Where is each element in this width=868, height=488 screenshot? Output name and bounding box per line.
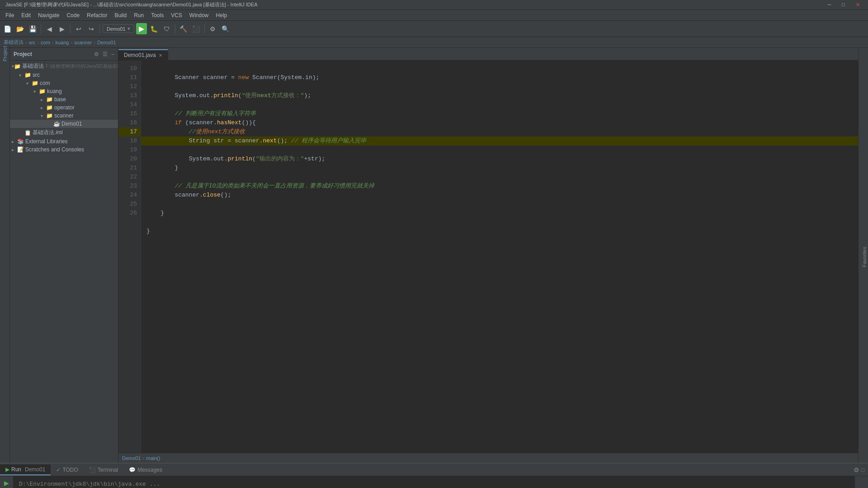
tree-item-demo01[interactable]: ▸ ☕ Demo01 — [10, 120, 118, 128]
minimize-btn[interactable]: ─ — [825, 2, 834, 8]
menu-refactor[interactable]: Refactor — [83, 11, 111, 19]
toolbar-forward[interactable]: ▶ — [57, 23, 67, 34]
cb-demo01[interactable]: Demo01 — [122, 455, 141, 461]
project-panel-toggle[interactable]: Project — [1, 50, 9, 58]
line-num-25: 25 — [118, 200, 141, 209]
folder-icon: 📁 — [14, 63, 21, 70]
tree-item-scratches[interactable]: ▸ 📝 Scratches and Consoles — [10, 145, 118, 154]
tree-item-基础语法[interactable]: ▾ 📁 基础语法 F:\级整理\网课\代码\JavaSE\基础语法 — [10, 61, 118, 71]
console-line-1: D:\Environment\jdk8\jdk\bin\java.exe ... — [19, 480, 849, 488]
menu-code[interactable]: Code — [63, 11, 83, 19]
bottom-right-panel — [854, 476, 868, 488]
tab-close-icon[interactable]: ✕ — [159, 53, 162, 58]
tree-item-scanner[interactable]: ▾ 📁 scanner — [10, 112, 118, 120]
menu-file[interactable]: File — [2, 11, 18, 19]
folder-icon: 📁 — [32, 80, 38, 86]
code-line-21: // 凡是属于IO流的类如果不关闭会一直占用资源，要养成好习惯用完就关掉 — [146, 183, 374, 189]
toolbar-save[interactable]: 💾 — [27, 23, 38, 34]
tree-item-src[interactable]: ▾ 📁 src — [10, 71, 118, 79]
toolbar-sep1 — [41, 24, 41, 33]
project-gear-icon[interactable]: ⚙ — [94, 51, 99, 57]
bc-kuang[interactable]: kuang — [55, 40, 69, 45]
menu-vcs[interactable]: VCS — [167, 11, 186, 19]
stop-button[interactable]: ⬛ — [191, 23, 202, 34]
menu-tools[interactable]: Tools — [147, 11, 167, 19]
terminal-label: Terminal — [98, 467, 118, 473]
menu-run[interactable]: Run — [130, 11, 147, 19]
menu-navigate[interactable]: Navigate — [34, 11, 63, 19]
bc-scanner[interactable]: scanner — [74, 40, 92, 45]
close-btn[interactable]: ✕ — [853, 2, 863, 8]
tab-todo[interactable]: ✓ TODO — [51, 465, 83, 475]
run-tab-label: Run — [11, 466, 21, 473]
run-config-selector[interactable]: Demo01 ▾ — [103, 24, 134, 33]
line-num-13: 13 — [118, 91, 141, 100]
chevron-right-icon: ▸ — [41, 105, 46, 110]
menu-edit[interactable]: Edit — [18, 11, 34, 19]
run-with-coverage[interactable]: 🛡 — [161, 23, 172, 34]
tab-terminal[interactable]: ⬛ Terminal — [84, 465, 123, 475]
tree-item-external-libs[interactable]: ▸ 📚 External Libraries — [10, 137, 118, 145]
toolbar-sep2 — [70, 24, 71, 33]
code-line-14: // 判断用户有没有输入字符串 — [146, 110, 256, 117]
rerun-button[interactable]: ▶ — [2, 478, 12, 488]
config-dropdown-icon: ▾ — [127, 26, 130, 32]
tree-item-com[interactable]: ▾ 📁 com — [10, 79, 118, 87]
chevron-down-icon: ▾ — [33, 89, 39, 94]
code-line-15: if (scanner.hasNext()){ — [146, 119, 256, 126]
toolbar-redo[interactable]: ↪ — [86, 23, 97, 34]
favorites-label[interactable]: Favorites — [861, 243, 868, 271]
menu-help[interactable]: Help — [212, 11, 231, 19]
cb-main[interactable]: main() — [146, 455, 160, 461]
code-line-13 — [146, 101, 150, 108]
bottom-settings-icon[interactable]: ⚙ — [854, 466, 859, 474]
bc-src[interactable]: src — [29, 40, 36, 45]
tree-label-scratches: Scratches and Consoles — [25, 146, 84, 153]
messages-icon: 💬 — [129, 467, 136, 473]
code-line-25 — [146, 219, 150, 225]
line-num-19: 19 — [118, 145, 141, 155]
line-num-22: 22 — [118, 173, 141, 182]
tree-label-scanner: scanner — [54, 113, 74, 119]
bc-demo01[interactable]: Demo01 — [97, 40, 116, 45]
toolbar-sep4 — [175, 24, 175, 33]
menu-build[interactable]: Build — [111, 11, 130, 19]
bottom-maximize-icon[interactable]: □ — [861, 467, 864, 473]
toolbar-open[interactable]: 📂 — [14, 23, 25, 34]
toolbar: 📄 📂 💾 ◀ ▶ ↩ ↪ Demo01 ▾ ▶ 🐛 🛡 🔨 ⬛ ⚙ 🔍 — [0, 21, 868, 37]
toolbar-back[interactable]: ◀ — [44, 23, 55, 34]
line-numbers: 10 11 12 13 14 15 16 17 18 19 20 21 22 2… — [118, 61, 141, 453]
code-content[interactable]: Scanner scanner = new Scanner(System.in)… — [141, 61, 858, 453]
terminal-icon: ⬛ — [89, 467, 96, 473]
run-tab-name: Demo01 — [25, 466, 45, 473]
editor-tabs: Demo01.java ✕ — [118, 48, 858, 61]
line-num-10: 10 — [118, 64, 141, 73]
maximize-btn[interactable]: □ — [839, 2, 848, 8]
toolbar-new-file[interactable]: 📄 — [2, 23, 13, 34]
project-collapse-icon[interactable]: – — [111, 51, 114, 57]
bc-基础语法[interactable]: 基础语法 — [4, 39, 24, 46]
src-folder-icon: 📁 — [24, 72, 31, 78]
tab-run[interactable]: ▶ Run Demo01 — [0, 465, 51, 475]
debug-button[interactable]: 🐛 — [149, 23, 160, 34]
bc-com[interactable]: com — [41, 40, 50, 45]
tab-demo01-java[interactable]: Demo01.java ✕ — [118, 49, 168, 60]
code-line-19: } — [146, 164, 178, 171]
tree-item-base[interactable]: ▸ 📁 base — [10, 95, 118, 103]
bottom-tabs: ▶ Run Demo01 ✓ TODO ⬛ Terminal 💬 Message… — [0, 464, 868, 476]
line-num-11: 11 — [118, 73, 141, 82]
tree-item-operator[interactable]: ▸ 📁 operator — [10, 103, 118, 112]
toolbar-undo[interactable]: ↩ — [73, 23, 84, 34]
build-project[interactable]: 🔨 — [178, 23, 189, 34]
tree-item-iml[interactable]: ▸ 📋 基础语法.iml — [10, 128, 118, 137]
project-layout-icon[interactable]: ☰ — [103, 51, 108, 57]
run-button[interactable]: ▶ — [136, 23, 147, 34]
line-num-20: 20 — [118, 155, 141, 164]
project-title: Project — [14, 51, 32, 57]
toolbar-search[interactable]: 🔍 — [220, 23, 231, 34]
tab-messages[interactable]: 💬 Messages — [123, 465, 168, 475]
menu-window[interactable]: Window — [186, 11, 212, 19]
tree-item-kuang[interactable]: ▾ 📁 kuang — [10, 87, 118, 95]
chevron-right-icon: ▸ — [12, 139, 17, 144]
toolbar-settings[interactable]: ⚙ — [208, 23, 218, 34]
